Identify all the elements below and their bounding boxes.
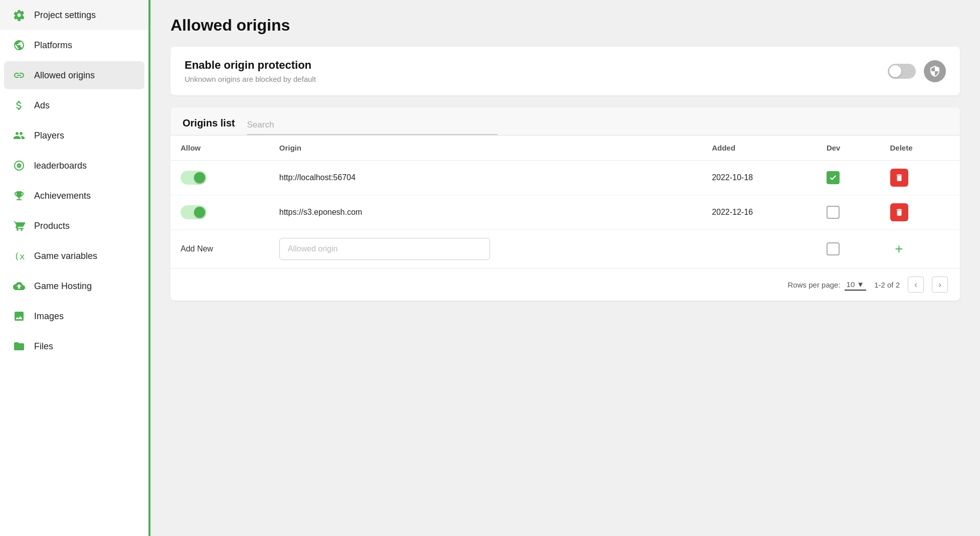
search-input[interactable]: [247, 118, 498, 135]
shield-button[interactable]: [924, 60, 946, 82]
rows-per-page: Rows per page: 10 ▼: [788, 279, 867, 291]
origins-table: Allow Origin Added Dev Delete: [171, 136, 960, 268]
pagination-row: Rows per page: 10 ▼ 1-2 of 2 ‹ ›: [171, 268, 960, 301]
sidebar-item-game-variables[interactable]: (x) Game variables: [0, 241, 148, 271]
sidebar: Project settings Platforms Allowed origi…: [0, 0, 150, 536]
sidebar-item-label: Platforms: [34, 40, 72, 51]
allow-toggle-1[interactable]: [181, 171, 207, 185]
add-new-dev-cell: [816, 230, 880, 269]
next-page-button[interactable]: ›: [932, 277, 948, 293]
toggle-green-track: [181, 205, 207, 219]
prev-page-button[interactable]: ‹: [908, 277, 924, 293]
sidebar-item-label: Allowed origins: [34, 70, 95, 81]
shield-icon: [929, 65, 941, 77]
dev-cell: [816, 195, 880, 230]
protection-title: Enable origin protection: [185, 59, 316, 72]
cart-icon: [12, 219, 26, 233]
users-icon: [12, 128, 26, 143]
add-new-label-cell: Add New: [171, 230, 269, 269]
sidebar-item-achievements[interactable]: Achievements: [0, 181, 148, 211]
page-info: 1-2 of 2: [874, 281, 900, 289]
toggle-green-track: [181, 171, 207, 185]
sidebar-item-label: Achievements: [34, 191, 91, 201]
globe-icon: [12, 38, 26, 52]
sidebar-item-label: Project settings: [34, 10, 96, 21]
add-new-empty-cell: [702, 230, 816, 269]
svg-text:(x): (x): [14, 251, 25, 261]
sidebar-item-label: Players: [34, 130, 64, 141]
sidebar-item-label: Ads: [34, 100, 50, 111]
origins-header: Origins list: [171, 107, 960, 136]
sidebar-item-label: Game Hosting: [34, 281, 92, 292]
image-icon: [12, 309, 26, 323]
rows-per-page-label: Rows per page:: [788, 281, 841, 289]
delete-button-2[interactable]: [890, 203, 908, 221]
folder-icon: [12, 339, 26, 353]
protection-subtitle: Unknown origins are blocked by default: [185, 75, 316, 83]
col-origin: Origin: [269, 136, 702, 161]
toggle-track: [888, 64, 916, 79]
dollar-icon: [12, 98, 26, 112]
sidebar-item-label: Files: [34, 341, 53, 352]
variable-icon: (x): [12, 249, 26, 263]
add-origin-input[interactable]: [279, 238, 490, 260]
add-origin-button[interactable]: +: [890, 240, 908, 258]
delete-cell: [880, 195, 960, 230]
origins-section-title: Origins list: [183, 117, 235, 135]
allow-cell: [171, 161, 269, 195]
col-dev: Dev: [816, 136, 880, 161]
rows-per-page-select[interactable]: 10 ▼: [845, 279, 867, 291]
dev-checkbox-2[interactable]: [827, 206, 840, 219]
gear-icon: [12, 8, 26, 22]
sidebar-item-project-settings[interactable]: Project settings: [0, 0, 148, 30]
sidebar-item-players[interactable]: Players: [0, 120, 148, 151]
dropdown-arrow-icon: ▼: [857, 280, 864, 289]
table-header-row: Allow Origin Added Dev Delete: [171, 136, 960, 161]
page-title: Allowed origins: [171, 16, 960, 35]
allow-cell: [171, 195, 269, 230]
added-cell: 2022-12-16: [702, 195, 816, 230]
col-allow: Allow: [171, 136, 269, 161]
origin-protection-toggle[interactable]: [888, 64, 916, 79]
origin-cell: http://localhost:56704: [269, 161, 702, 195]
dev-cell: [816, 161, 880, 195]
table-row: http://localhost:56704 2022-10-18: [171, 161, 960, 195]
sidebar-item-files[interactable]: Files: [0, 331, 148, 361]
sidebar-item-products[interactable]: Products: [0, 211, 148, 241]
main-content: Allowed origins Enable origin protection…: [150, 0, 980, 536]
sidebar-item-game-hosting[interactable]: Game Hosting: [0, 271, 148, 301]
dev-checkbox-1[interactable]: [827, 171, 840, 184]
origins-list-card: Origins list Allow Origin Added Dev Dele…: [171, 107, 960, 301]
sidebar-item-label: Products: [34, 221, 70, 231]
table-row: https://s3.eponesh.com 2022-12-16: [171, 195, 960, 230]
sidebar-item-label: Images: [34, 311, 64, 322]
add-new-input-cell: [269, 230, 702, 269]
sidebar-item-platforms[interactable]: Platforms: [0, 30, 148, 60]
toggle-green-thumb: [194, 172, 205, 183]
sidebar-item-ads[interactable]: Ads: [0, 90, 148, 120]
delete-button-1[interactable]: [890, 169, 908, 187]
add-new-row: Add New +: [171, 230, 960, 269]
upload-icon: [12, 279, 26, 293]
target-icon: [12, 159, 26, 173]
trophy-icon: [12, 189, 26, 203]
sidebar-item-allowed-origins[interactable]: Allowed origins: [4, 61, 144, 89]
add-new-action-cell: +: [880, 230, 960, 269]
origin-cell: https://s3.eponesh.com: [269, 195, 702, 230]
col-delete: Delete: [880, 136, 960, 161]
toggle-green-thumb: [194, 207, 205, 218]
added-cell: 2022-10-18: [702, 161, 816, 195]
delete-cell: [880, 161, 960, 195]
protection-controls: [888, 60, 946, 82]
col-added: Added: [702, 136, 816, 161]
protection-text: Enable origin protection Unknown origins…: [185, 59, 316, 83]
rows-per-page-value: 10: [847, 280, 855, 289]
sidebar-item-label: Game variables: [34, 251, 97, 261]
sidebar-item-leaderboards[interactable]: leaderboards: [0, 151, 148, 181]
toggle-thumb: [889, 65, 901, 77]
sidebar-item-images[interactable]: Images: [0, 301, 148, 331]
origin-protection-card: Enable origin protection Unknown origins…: [171, 47, 960, 95]
link-icon: [12, 68, 26, 82]
allow-toggle-2[interactable]: [181, 205, 207, 219]
add-new-dev-checkbox[interactable]: [827, 242, 840, 255]
